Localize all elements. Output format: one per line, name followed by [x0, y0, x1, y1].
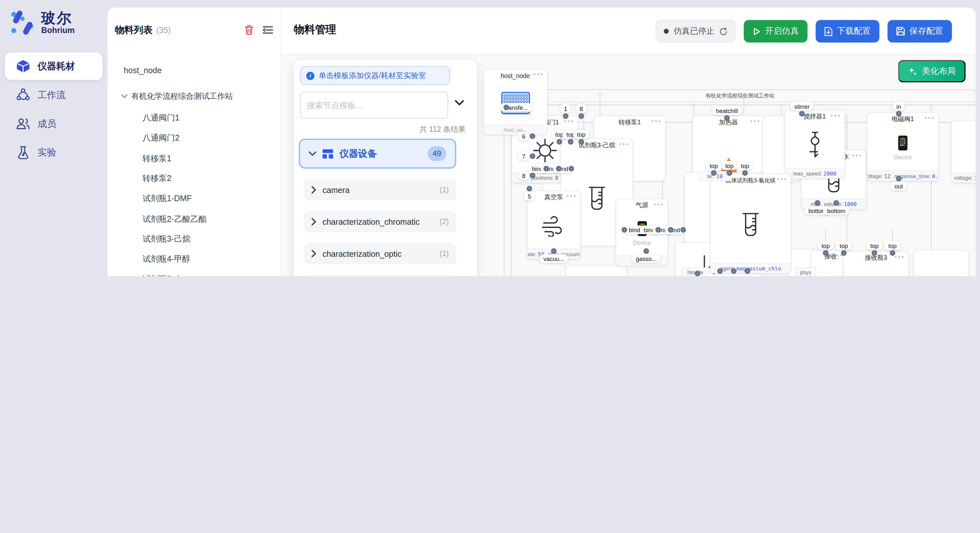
port-label-top[interactable]: top — [737, 161, 753, 170]
tree-item-试剂瓶4-甲醇[interactable]: 试剂瓶4-甲醇 — [108, 250, 281, 269]
search-input[interactable] — [300, 92, 448, 119]
port-label-bottom[interactable]: bottom — [735, 274, 760, 276]
tree-item-八通阀门2[interactable]: 八通阀门2 — [108, 129, 281, 148]
port-label-in[interactable]: in — [893, 102, 905, 110]
port-dot[interactable]: › — [568, 166, 574, 171]
tree-item-有机化学流程综合测试工作站[interactable]: 有机化学流程综合测试工作站 — [108, 87, 281, 106]
graph-node-固体试剂瓶3-氯化镁[interactable]: 固体试剂瓶3-氯化镁●●●agent: magnesium_chlo — [710, 174, 791, 274]
port-dot[interactable]: ‹ — [643, 248, 649, 254]
port-label-top[interactable]: top — [867, 241, 883, 250]
save-config-button[interactable]: 保存配置 — [888, 20, 952, 43]
port-dot[interactable]: › — [711, 170, 716, 176]
port-dot[interactable]: › — [563, 113, 568, 119]
tree-item-八通阀门1[interactable]: 八通阀门1 — [108, 109, 281, 128]
node-menu-icon[interactable]: ●●● — [777, 177, 788, 181]
port-dot[interactable]: › — [530, 173, 535, 178]
node-menu-icon[interactable]: ●●● — [651, 119, 662, 123]
node-menu-icon[interactable]: ●●● — [654, 202, 664, 206]
node-menu-icon[interactable]: ●●● — [563, 119, 574, 123]
port-dot[interactable]: › — [579, 139, 584, 144]
port-dot[interactable]: › — [579, 113, 584, 119]
port-label-top[interactable]: top — [818, 241, 834, 250]
graph-node-partial[interactable] — [914, 250, 969, 276]
tree-item-转移泵2[interactable]: 转移泵2 — [108, 169, 281, 188]
logo[interactable]: 玻尔 Bohrium — [9, 9, 75, 36]
refresh-icon[interactable] — [719, 27, 727, 35]
port-label-out[interactable]: out — [891, 182, 907, 190]
node-menu-icon[interactable]: ●●● — [533, 72, 544, 76]
port-dot[interactable]: ‹ — [731, 268, 736, 274]
graph-node-partial[interactable]: max_volume: 25transfer_rate: 10 — [565, 265, 627, 276]
tree-item-转移泵1[interactable]: 转移泵1 — [108, 149, 281, 168]
download-config-button[interactable]: 下载配置 — [816, 20, 880, 43]
port-dot[interactable]: › — [668, 227, 673, 233]
port-dot[interactable]: ‹ — [503, 105, 509, 110]
template-category-characterization_optic[interactable]: characterization_optic(1) — [304, 243, 456, 264]
port-label-stirrer[interactable]: stirrer — [791, 102, 813, 110]
port-dot[interactable]: › — [530, 153, 535, 159]
port-dot[interactable]: › — [841, 250, 846, 255]
start-simulation-button[interactable]: 开启仿真 — [744, 20, 808, 43]
template-category-camera[interactable]: camera(1) — [304, 179, 456, 201]
tree-item-host_node[interactable]: host_node — [108, 60, 281, 79]
port-dot[interactable]: › — [556, 166, 561, 171]
sidebar-item-3[interactable]: 实验 — [5, 139, 102, 166]
port-dot[interactable]: ‹ — [896, 176, 902, 181]
port-dot[interactable]: › — [823, 250, 828, 255]
tree-item-试剂瓶5-水[interactable]: 试剂瓶5-水 — [108, 270, 281, 276]
port-label-5[interactable]: 5 — [524, 192, 535, 200]
sidebar-item-2[interactable]: 成员 — [5, 110, 102, 137]
template-category-communication_devices[interactable]: communication_devices(1) — [304, 275, 456, 276]
tree-item-试剂瓶1-DMF[interactable]: 试剂瓶1-DMF — [108, 189, 281, 208]
node-menu-icon[interactable]: ●●● — [852, 153, 862, 158]
port-label-8[interactable]: 8 — [518, 171, 529, 180]
sidebar-item-1[interactable]: 工作流 — [5, 81, 102, 109]
port-dot[interactable]: ‹ — [815, 200, 820, 206]
port-dot[interactable]: ‹ — [622, 227, 627, 233]
port-dot[interactable]: › — [889, 250, 895, 255]
node-menu-icon[interactable]: ●●● — [894, 254, 905, 259]
port-dot[interactable]: › — [727, 170, 732, 176]
port-dot[interactable]: › — [557, 139, 562, 144]
port-dot[interactable]: ‹ — [695, 271, 700, 276]
node-menu-icon[interactable]: ●●● — [924, 116, 935, 120]
template-category-characterization_chromatic[interactable]: characterization_chromatic(2) — [304, 211, 456, 233]
port-dot[interactable]: ‹ — [717, 268, 723, 274]
port-dot[interactable]: › — [742, 170, 748, 176]
node-menu-icon[interactable]: ●●● — [619, 142, 629, 146]
node-menu-icon[interactable]: ●●● — [830, 113, 841, 117]
trash-icon[interactable] — [244, 25, 254, 35]
graph-node-partial[interactable]: voltage: 1 — [951, 121, 975, 183]
port-dot[interactable]: › — [544, 166, 549, 171]
port-dot[interactable]: › — [896, 111, 902, 116]
port-dot[interactable]: ‹ — [745, 268, 750, 274]
node-menu-icon[interactable]: ●●● — [750, 119, 760, 123]
port-label-top[interactable]: top — [721, 161, 737, 170]
tree-item-试剂瓶3-己烷[interactable]: 试剂瓶3-己烷 — [108, 230, 281, 248]
tree-item-试剂瓶2-乙酸乙酯[interactable]: 试剂瓶2-乙酸乙酯 — [108, 209, 281, 228]
collapse-list-icon[interactable] — [262, 25, 273, 34]
port-label-6[interactable]: 6 — [518, 132, 529, 141]
port-dot[interactable]: › — [680, 227, 686, 233]
port-label-top[interactable]: top — [706, 161, 722, 170]
port-dot[interactable]: › — [872, 250, 877, 255]
graph-node-电磁阀1[interactable]: 电磁阀1●●●Devicevoltage: 12response_time: 0… — [867, 113, 939, 181]
port-dot[interactable]: ‹ — [527, 186, 532, 191]
beautify-layout-button[interactable]: 美化布局 — [898, 60, 966, 82]
port-label-bottom[interactable]: bottom — [824, 206, 849, 215]
port-label-top[interactable]: top — [836, 241, 852, 250]
port-label-1[interactable]: 1 — [560, 104, 571, 113]
sidebar-item-0[interactable]: 仪器耗材 — [5, 52, 102, 80]
port-label-top[interactable]: top — [573, 130, 589, 139]
port-dot[interactable]: › — [799, 111, 805, 116]
port-label-top[interactable]: top — [885, 241, 900, 250]
port-dot[interactable]: ‹ — [551, 248, 557, 254]
port-label-heatchill[interactable]: heatchill — [712, 106, 741, 115]
port-label-gasso...[interactable]: gasso... — [632, 254, 660, 263]
node-menu-icon[interactable]: ●●● — [566, 194, 577, 198]
port-dot[interactable]: › — [655, 227, 661, 233]
port-label-8[interactable]: 8 — [576, 104, 587, 113]
graph-node-host_node[interactable]: host_node●●●host_no... — [483, 69, 548, 135]
category-instruments[interactable]: 仪器设备 49 — [299, 139, 456, 169]
port-dot[interactable]: ‹ — [834, 200, 839, 206]
